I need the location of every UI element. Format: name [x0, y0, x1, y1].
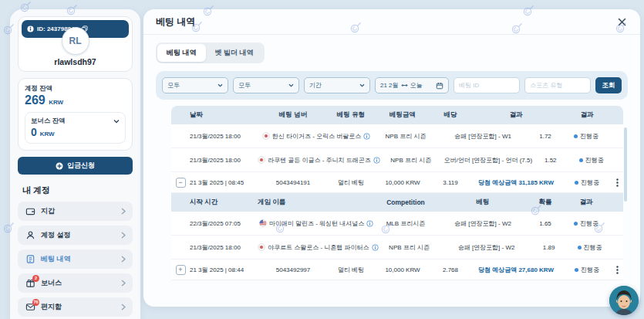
status-dot [574, 134, 578, 138]
range-arrow-icon [401, 83, 408, 87]
leg-date: 22/3월/2025 07:05 [190, 219, 258, 228]
leg-bet: 오버/언더 [연장포함] - 언더 (7.5) [442, 156, 534, 165]
game-info-icon[interactable] [363, 133, 370, 140]
col-bet-amount: 베팅금액 [373, 110, 432, 120]
date-range-start: 21 2월 [380, 81, 399, 90]
summary-status: 진행중 [563, 178, 611, 187]
gift-icon: 2 [25, 278, 35, 289]
bonus-balance-label: 보너스 잔액 [31, 117, 66, 126]
bonus-balance-box: 보너스 잔액 0 KRW [25, 112, 126, 144]
col-bet-type: 베팅 유형 [329, 110, 373, 120]
tab-bet-history[interactable]: 베팅 내역 [157, 44, 206, 62]
leg-competition: NPB 프리 시즌 [379, 243, 440, 252]
leg-odds: 1.65 [529, 220, 561, 227]
flag-japan-icon [258, 243, 265, 251]
sidebar-item-label: 지갑 [41, 206, 116, 216]
my-account-section-title: 내 계정 [22, 185, 133, 196]
summary-bet-type: 멀티 베팅 [329, 178, 373, 187]
close-icon[interactable] [616, 16, 628, 28]
leg-date: 21/3월/2025 18:00 [190, 156, 258, 165]
date-range-picker[interactable]: 21 2월 오늘 [375, 77, 449, 93]
date-range-end: 오늘 [410, 81, 433, 90]
summary-amount: 10,000 KRW [373, 266, 432, 273]
leg-bet: 승패 [연장포함] - W1 [437, 132, 529, 141]
sidebar-item-bet-history[interactable]: 베팅 내역 [18, 249, 133, 269]
col-bet-number: 베팅 넘버 [258, 110, 329, 120]
account-balance-value: 269 KRW [25, 93, 126, 107]
sidebar-item-label: 보너스 [41, 278, 116, 288]
filter-bar: 모두 모두 기간 21 2월 오늘 조회 [156, 71, 628, 100]
status-filter-select[interactable]: 모두 [233, 77, 299, 93]
table-row: 21/3월/2025 18:00 한신 타이거즈 - 오릭스 버팔로스 NPB … [171, 124, 623, 148]
panel-header: 베팅 내역 [143, 9, 640, 35]
leg-odds: 1.89 [533, 244, 565, 251]
leg-competition: MLB 프리시즌 [375, 219, 437, 228]
search-button[interactable]: 조회 [595, 77, 622, 93]
user-settings-icon [25, 230, 35, 241]
summary-bet-number: 5043492997 [258, 266, 329, 273]
sidebar-item-account-settings[interactable]: 계정 설정 [18, 226, 133, 245]
col-game-name: 게임 이름 [258, 198, 375, 207]
bonus-currency: KRW [40, 131, 55, 137]
flag-japan-icon [258, 156, 265, 164]
kebab-menu-icon[interactable] [615, 264, 620, 276]
col-odds: 배당 [432, 110, 469, 120]
sport-name-input[interactable] [524, 77, 591, 93]
avatar-initials: RL [69, 36, 82, 46]
support-chat-avatar[interactable] [609, 286, 639, 315]
period-filter-select[interactable]: 기간 [304, 77, 370, 93]
sidebar-item-wallet[interactable]: 지갑 [18, 202, 133, 221]
leg-date: 21/3월/2025 18:00 [190, 243, 258, 252]
chevron-right-icon [121, 208, 126, 215]
collapse-toggle-icon[interactable]: − [176, 178, 186, 188]
tab-bar: 베팅 내역 벳 빌더 내역 [156, 42, 265, 63]
leg-status: 진행중 [565, 243, 615, 252]
game-info-icon[interactable] [373, 157, 380, 164]
status-dot [575, 268, 578, 272]
kebab-menu-icon[interactable] [615, 177, 620, 188]
page-title: 베팅 내역 [156, 15, 195, 29]
summary-date: 21 3월 2025 | 08:45 [190, 178, 258, 187]
sidebar-item-bonus[interactable]: 2 보너스 [18, 273, 133, 293]
leg-date: 21/3월/2025 18:00 [190, 132, 258, 141]
sidebar: ID: 243798848 RL rlawlsdh97 계정 잔액 269 KR… [10, 9, 140, 319]
col-probability: 확률 [529, 198, 561, 207]
leg-status: 진행중 [561, 132, 611, 141]
summary-amount: 10,000 KRW [373, 179, 432, 186]
table-row: 21/3월/2025 18:00 라쿠텐 골든 이글스 - 주니치 드래곤즈 N… [171, 148, 623, 172]
plus-circle-icon [56, 162, 63, 170]
sidebar-item-inbox[interactable]: 76 편지함 [18, 297, 133, 317]
leg-status: 진행중 [567, 156, 616, 165]
inbox-badge: 76 [32, 299, 39, 306]
flag-usa-icon [259, 219, 267, 227]
summary-bet-number: 5043494191 [258, 179, 329, 186]
username: rlawlsdh97 [22, 57, 129, 66]
tab-bet-builder-history[interactable]: 벳 빌더 내역 [206, 44, 263, 62]
col-competition: Competition [375, 199, 437, 206]
summary-bet-type: 멀티 베팅 [329, 266, 373, 274]
deposit-button[interactable]: 입금신청 [18, 157, 133, 175]
sport-filter-select[interactable]: 모두 [162, 77, 228, 93]
summary-odds: 2.768 [432, 266, 469, 273]
flag-japan-icon [262, 132, 270, 140]
status-dot [578, 246, 582, 249]
leg-game: 한신 타이거즈 - 오릭스 버팔로스 [258, 132, 375, 141]
chevron-down-icon[interactable] [113, 119, 120, 124]
chevron-right-icon [121, 232, 126, 239]
summary-date: 21 3월 2025 | 08:44 [190, 266, 258, 274]
chevron-down-icon [217, 83, 223, 87]
leg-odds: 1.72 [529, 133, 561, 140]
bet-id-input[interactable] [453, 77, 520, 93]
wallet-icon [25, 206, 35, 217]
expand-toggle-icon[interactable]: + [176, 265, 186, 275]
bet-summary-row: − 21 3월 2025 | 08:45 5043494191 멀티 베팅 10… [171, 172, 623, 193]
game-info-icon[interactable] [372, 244, 379, 251]
bet-history-icon [25, 254, 35, 265]
game-info-icon[interactable] [366, 220, 373, 227]
status-dot [574, 222, 578, 226]
bonus-balance-value: 0 KRW [31, 126, 120, 138]
col-result-2: 결과 [563, 110, 611, 120]
info-icon [27, 25, 34, 32]
leg-competition: NPB 프리 시즌 [375, 132, 437, 141]
table-scrollbar[interactable] [624, 127, 627, 202]
